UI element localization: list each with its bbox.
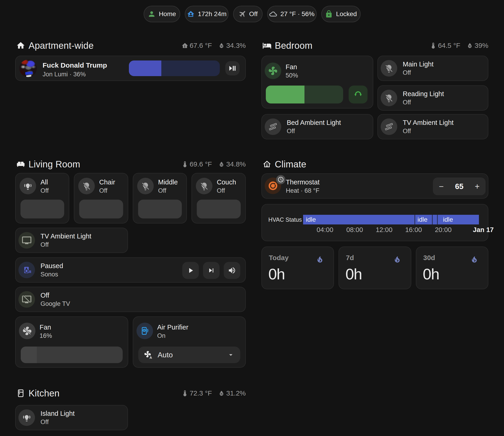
svg-text:A: A bbox=[149, 355, 152, 359]
